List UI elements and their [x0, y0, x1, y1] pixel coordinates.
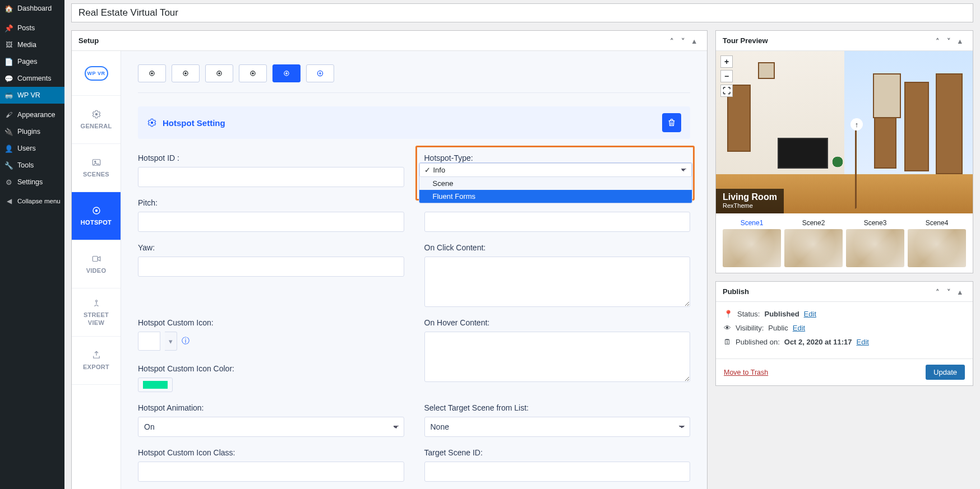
hotspot-tab-1[interactable]	[138, 64, 166, 82]
fullscreen-button[interactable]: ⛶	[720, 85, 733, 97]
label-on-click: On Click Content:	[424, 243, 691, 252]
tab-video[interactable]: VIDEO	[72, 240, 121, 288]
label-animation: Hotspot Animation:	[138, 403, 404, 412]
toggle-icon[interactable]: ▴	[692, 37, 700, 45]
menu-comments[interactable]: 💬Comments	[0, 70, 64, 87]
zoom-out-button[interactable]: −	[720, 70, 733, 82]
input-hotspot-id[interactable]	[138, 167, 404, 187]
section-title: Hotspot Setting	[163, 118, 225, 128]
label-hotspot-type: Hotspot-Type:	[424, 153, 691, 162]
menu-plugins[interactable]: 🔌Plugins	[0, 123, 64, 140]
move-down-icon[interactable]: ˅	[947, 288, 955, 296]
option-fluent-forms[interactable]: Fluent Forms	[419, 190, 692, 203]
svg-point-16	[286, 73, 287, 74]
move-up-icon[interactable]: ˄	[936, 37, 944, 45]
postbox-title: Setup	[78, 36, 99, 45]
option-scene[interactable]: Scene	[419, 177, 692, 190]
scene-hotspot-arrow[interactable]: ↑	[850, 118, 863, 131]
hotspot-tab-3[interactable]	[205, 64, 233, 82]
tab-export[interactable]: EXPORT	[72, 337, 121, 385]
label-target-id: Target Scene ID:	[424, 448, 691, 457]
label-on-hover: On Hover Content:	[424, 318, 691, 327]
gear-icon	[91, 109, 101, 119]
menu-label: Appearance	[17, 111, 55, 119]
input-on-click[interactable]	[424, 257, 691, 307]
input-icon-color[interactable]	[138, 378, 173, 392]
update-button[interactable]: Update	[926, 365, 965, 380]
menu-pages[interactable]: 📄Pages	[0, 53, 64, 70]
svg-point-14	[252, 73, 253, 74]
postbox-title: Tour Preview	[723, 36, 768, 45]
thumb-scene2[interactable]: Scene2	[784, 219, 843, 267]
zoom-in-button[interactable]: +	[720, 55, 733, 68]
menu-label: Settings	[17, 178, 43, 186]
svg-point-10	[185, 73, 186, 74]
hotspot-tab-add[interactable]	[306, 64, 334, 82]
menu-settings[interactable]: ⚙Settings	[0, 174, 64, 190]
svg-point-2	[94, 161, 95, 162]
thumb-scene4[interactable]: Scene4	[908, 219, 966, 267]
input-yaw[interactable]	[138, 257, 404, 277]
menu-label: WP VR	[17, 91, 40, 99]
edit-visibility-link[interactable]: Edit	[793, 324, 805, 332]
delete-hotspot-button[interactable]	[662, 113, 681, 132]
menu-appearance[interactable]: 🖌Appearance	[0, 106, 64, 123]
move-down-icon[interactable]: ˅	[681, 37, 689, 45]
menu-dashboard[interactable]: 🏠Dashboard	[0, 0, 64, 17]
tab-hotspot[interactable]: HOTSPOT	[72, 192, 121, 240]
hotspot-tab-4[interactable]	[239, 64, 267, 82]
setup-tabnav: WP VR GENERAL SCENES HOTSPOT	[72, 51, 121, 489]
icon-picker-toggle[interactable]: ▾	[165, 332, 177, 351]
svg-point-18	[151, 122, 154, 124]
option-info[interactable]: Info	[419, 163, 692, 177]
menu-users[interactable]: 👤Users	[0, 140, 64, 157]
select-target-scene[interactable]: None	[424, 417, 691, 437]
select-animation[interactable]: On	[138, 417, 404, 437]
tab-street-view[interactable]: STREET VIEW	[72, 288, 121, 337]
svg-rect-5	[93, 256, 98, 261]
hotspot-tab-5[interactable]	[272, 64, 301, 82]
menu-label: Plugins	[17, 128, 40, 136]
wp-admin-sidebar: 🏠Dashboard 📌Posts 🖼Media 📄Pages 💬Comment…	[0, 0, 64, 489]
menu-wpvr[interactable]: 🥽WP VR	[0, 87, 64, 104]
move-to-trash-link[interactable]: Move to Trash	[724, 369, 768, 376]
publish-date-row: 🗓 Published on: Oct 2, 2020 at 11:17 Edi…	[724, 338, 965, 346]
publish-postbox: Publish ˄˅▴ 📍 Status: Published Edit 👁 V…	[715, 281, 973, 386]
tab-scenes[interactable]: SCENES	[72, 144, 121, 192]
move-up-icon[interactable]: ˄	[936, 288, 944, 296]
edit-status-link[interactable]: Edit	[804, 310, 816, 318]
svg-point-8	[151, 73, 152, 74]
toggle-icon[interactable]: ▴	[958, 37, 966, 45]
input-target-id[interactable]	[424, 462, 691, 482]
setup-postbox: Setup ˄ ˅ ▴ WP VR GENERAL	[71, 30, 708, 489]
move-up-icon[interactable]: ˄	[670, 37, 678, 45]
edit-date-link[interactable]: Edit	[856, 338, 868, 346]
thumb-scene3[interactable]: Scene3	[846, 219, 904, 267]
input-icon-class[interactable]	[138, 462, 404, 482]
menu-posts[interactable]: 📌Posts	[0, 20, 64, 36]
toggle-icon[interactable]: ▴	[958, 288, 966, 296]
menu-collapse[interactable]: ◀Collapse menu	[0, 193, 64, 209]
info-icon[interactable]: ⓘ	[182, 336, 189, 346]
move-down-icon[interactable]: ˅	[947, 37, 955, 45]
label-hotspot-id: Hotspot ID :	[138, 153, 404, 162]
calendar-icon: 🗓	[724, 338, 731, 346]
menu-label: Users	[17, 145, 36, 152]
hotspot-tab-2[interactable]	[172, 64, 200, 82]
postbox-title: Publish	[723, 287, 749, 296]
panorama-preview[interactable]: + − ⛶ ↑ Living Room RexTheme	[716, 51, 973, 213]
hotspot-type-dropdown[interactable]: Info Scene Fluent Forms	[419, 162, 693, 203]
tab-general[interactable]: GENERAL	[72, 96, 121, 144]
image-icon	[91, 157, 101, 167]
menu-tools[interactable]: 🔧Tools	[0, 157, 64, 174]
wpvr-logo: WP VR	[72, 51, 121, 96]
gear-icon	[147, 118, 157, 128]
icon-preview	[138, 332, 160, 351]
page-title: Real Estate Virtual Tour	[71, 3, 973, 22]
thumb-scene1[interactable]: Scene1	[723, 219, 781, 267]
menu-media[interactable]: 🖼Media	[0, 36, 64, 53]
input-on-hover[interactable]	[424, 332, 691, 382]
input-pitch[interactable]	[138, 212, 404, 232]
input-url[interactable]	[424, 212, 691, 232]
menu-label: Media	[17, 41, 36, 49]
